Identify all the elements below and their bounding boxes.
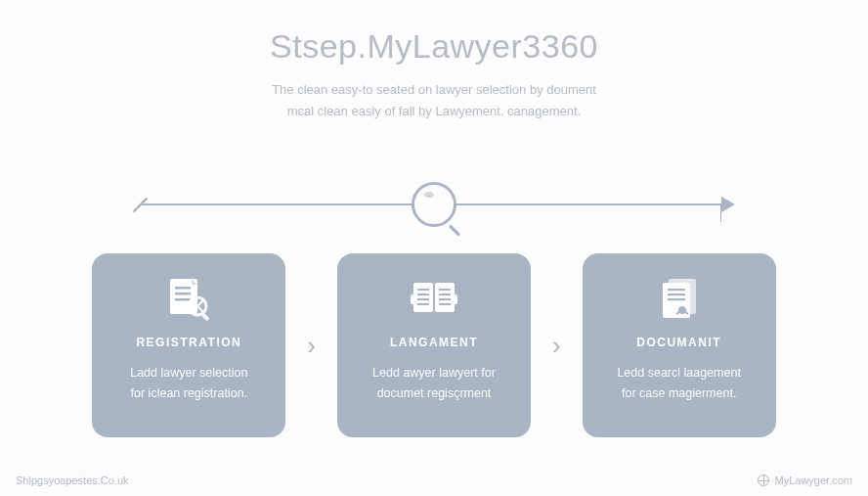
process-timeline xyxy=(141,181,727,228)
svg-rect-13 xyxy=(417,293,429,295)
card-desc: Ladd lawyer selection for iclean registr… xyxy=(130,363,247,405)
globe-icon xyxy=(758,474,769,486)
magnifier-icon xyxy=(412,182,456,227)
svg-rect-12 xyxy=(417,289,429,291)
card-desc-line-2: for case magierment. xyxy=(622,386,736,400)
card-desc-line-1: Ledd searcl laagement xyxy=(617,366,740,380)
chevron-right-icon: › xyxy=(307,333,316,358)
svg-rect-23 xyxy=(668,293,685,295)
card-title: DOCUMANIT xyxy=(636,336,721,349)
header: Stsep.MyLawyer3360 The clean easy-to sea… xyxy=(0,0,868,122)
chevron-right-icon: › xyxy=(552,333,561,358)
page-subtitle: The clean easy-to seated on lawyer selec… xyxy=(219,79,649,122)
card-desc-line-1: Ladd lawyer selection xyxy=(130,366,247,380)
process-cards: REGISTRATION Ladd lawyer selection for i… xyxy=(0,253,868,437)
svg-rect-10 xyxy=(411,294,416,304)
timeline-end-tick xyxy=(720,204,721,222)
svg-rect-14 xyxy=(417,298,429,300)
svg-rect-15 xyxy=(417,303,429,305)
footer-right: MyLawyger.com xyxy=(758,474,852,486)
svg-rect-19 xyxy=(439,303,451,305)
footer-right-text: MyLawyger.com xyxy=(775,474,852,486)
svg-rect-11 xyxy=(452,294,457,304)
card-desc-line-2: documet regisçrment xyxy=(377,386,492,400)
doc-stamp-icon xyxy=(653,271,706,326)
subtitle-line-1: The clean easy-to seated on lawyer selec… xyxy=(272,82,596,97)
svg-rect-16 xyxy=(439,289,451,291)
card-desc: Ledd searcl laagement for case magiermen… xyxy=(617,363,740,405)
card-desc-line-1: Ledd awyer lawyert for xyxy=(372,366,496,380)
svg-rect-17 xyxy=(439,293,451,295)
svg-rect-24 xyxy=(668,298,685,300)
svg-rect-2 xyxy=(175,293,191,295)
card-documanit: DOCUMANIT Ledd searcl laagement for case… xyxy=(583,253,776,437)
pencil-icon xyxy=(130,194,152,215)
svg-rect-3 xyxy=(175,298,191,301)
card-langament: LANGAMENT Ledd awyer lawyert for documet… xyxy=(337,253,531,437)
page-title: Stsep.MyLawyer3360 xyxy=(0,27,868,66)
card-desc: Ledd awyer lawyert for documet regisçrme… xyxy=(372,363,496,405)
arrowhead-icon xyxy=(721,197,735,212)
footer-left-text: Shlpgsyoapestes.Co.uk xyxy=(16,474,129,486)
svg-rect-1 xyxy=(175,287,191,290)
svg-rect-22 xyxy=(668,289,685,291)
card-title: REGISTRATION xyxy=(136,336,241,349)
card-title: LANGAMENT xyxy=(390,336,478,349)
card-desc-line-2: for iclean registration. xyxy=(131,386,248,400)
card-registration: REGISTRATION Ladd lawyer selection for i… xyxy=(92,253,285,437)
subtitle-line-2: mcal clean easly of fall by Lawyement. c… xyxy=(287,104,582,118)
svg-rect-18 xyxy=(439,298,451,300)
footer: Shlpgsyoapestes.Co.uk MyLawyger.com xyxy=(0,474,868,486)
doc-search-icon xyxy=(162,271,215,326)
open-book-icon xyxy=(405,271,463,326)
